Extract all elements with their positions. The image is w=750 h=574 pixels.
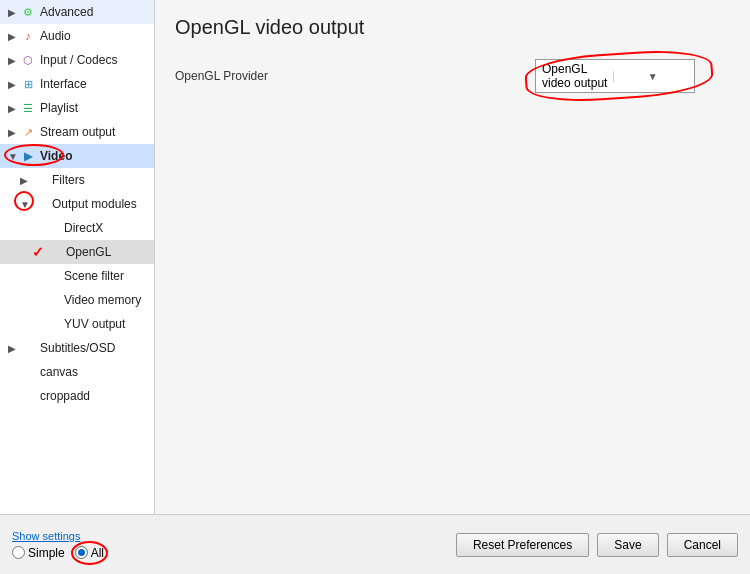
canvas-icon — [20, 364, 36, 380]
sidebar-item-croppadd[interactable]: croppadd — [0, 384, 154, 408]
sidebar-label-audio: Audio — [40, 29, 71, 43]
sidebar-item-advanced[interactable]: ▶ ⚙ Advanced — [0, 0, 154, 24]
stream-icon: ↗ — [20, 124, 36, 140]
sidebar-label-video: Video — [40, 149, 72, 163]
sidebar-item-interface[interactable]: ▶ ⊞ Interface — [0, 72, 154, 96]
yuv-icon — [44, 316, 60, 332]
sidebar-label-directx: DirectX — [64, 221, 103, 235]
arrow-subtitles: ▶ — [8, 343, 20, 354]
advanced-icon: ⚙ — [20, 4, 36, 20]
sidebar-label-filters: Filters — [52, 173, 85, 187]
setting-row-opengl-provider: OpenGL Provider OpenGL video output ▼ — [175, 59, 730, 93]
save-button[interactable]: Save — [597, 533, 658, 557]
sidebar-item-opengl[interactable]: ✓ OpenGL — [0, 240, 154, 264]
radio-all-wrapper: All — [75, 546, 104, 560]
croppadd-icon — [20, 388, 36, 404]
interface-icon: ⊞ — [20, 76, 36, 92]
arrow-video: ▼ — [8, 151, 20, 162]
arrow-audio: ▶ — [8, 31, 20, 42]
sidebar-item-input-codecs[interactable]: ▶ ⬡ Input / Codecs — [0, 48, 154, 72]
setting-label-opengl-provider: OpenGL Provider — [175, 69, 375, 83]
sidebar: ▶ ⚙ Advanced ▶ ♪ Audio ▶ ⬡ Input / Codec… — [0, 0, 155, 514]
vmemory-icon — [44, 292, 60, 308]
sidebar-item-video-memory[interactable]: Video memory — [0, 288, 154, 312]
sidebar-label-yuv: YUV output — [64, 317, 125, 331]
content-area: OpenGL video output OpenGL Provider Open… — [155, 0, 750, 514]
sidebar-label-scene: Scene filter — [64, 269, 124, 283]
video-icon: ▶ — [20, 148, 36, 164]
cancel-button[interactable]: Cancel — [667, 533, 738, 557]
sidebar-item-output-modules[interactable]: ▼ Output modules — [0, 192, 154, 216]
dropdown-arrow-icon: ▼ — [613, 71, 689, 82]
arrow-output-modules: ▼ — [20, 199, 32, 210]
sidebar-item-subtitles[interactable]: ▶ Subtitles/OSD — [0, 336, 154, 360]
sidebar-label-subtitles: Subtitles/OSD — [40, 341, 115, 355]
sidebar-item-directx[interactable]: DirectX — [0, 216, 154, 240]
arrow-input: ▶ — [8, 55, 20, 66]
sidebar-item-scene-filter[interactable]: Scene filter — [0, 264, 154, 288]
arrow-playlist: ▶ — [8, 103, 20, 114]
sidebar-label-output-modules: Output modules — [52, 197, 137, 211]
sidebar-item-audio[interactable]: ▶ ♪ Audio — [0, 24, 154, 48]
sidebar-label-canvas: canvas — [40, 365, 78, 379]
arrow-interface: ▶ — [8, 79, 20, 90]
radio-simple-label: Simple — [28, 546, 65, 560]
scene-icon — [44, 268, 60, 284]
arrow-filters: ▶ — [20, 175, 32, 186]
sidebar-label-input: Input / Codecs — [40, 53, 117, 67]
radio-simple-input[interactable] — [12, 546, 25, 559]
arrow-advanced: ▶ — [8, 7, 20, 18]
filters-icon — [32, 172, 48, 188]
sidebar-label-advanced: Advanced — [40, 5, 93, 19]
page-title: OpenGL video output — [175, 16, 730, 39]
sidebar-label-playlist: Playlist — [40, 101, 78, 115]
arrow-stream: ▶ — [8, 127, 20, 138]
audio-icon: ♪ — [20, 28, 36, 44]
sidebar-item-filters[interactable]: ▶ Filters — [0, 168, 154, 192]
sidebar-item-playlist[interactable]: ▶ ☰ Playlist — [0, 96, 154, 120]
bottom-left-controls: Show settings Simple All — [12, 530, 167, 560]
sidebar-label-croppadd: croppadd — [40, 389, 90, 403]
show-settings-link[interactable]: Show settings — [12, 530, 167, 542]
dropdown-value-opengl: OpenGL video output — [542, 62, 613, 90]
opengl-provider-dropdown[interactable]: OpenGL video output ▼ — [535, 59, 695, 93]
sidebar-label-interface: Interface — [40, 77, 87, 91]
opengl-check-icon: ✓ — [32, 244, 44, 260]
sidebar-item-video-wrapper: ▼ ▶ Video — [0, 144, 154, 168]
sidebar-label-stream: Stream output — [40, 125, 115, 139]
sidebar-item-video[interactable]: ▼ ▶ Video — [0, 144, 154, 168]
sidebar-item-yuv-output[interactable]: YUV output — [0, 312, 154, 336]
sidebar-label-vmemory: Video memory — [64, 293, 141, 307]
reset-preferences-button[interactable]: Reset Preferences — [456, 533, 589, 557]
bottom-right-controls: Reset Preferences Save Cancel — [456, 533, 738, 557]
sidebar-item-canvas[interactable]: canvas — [0, 360, 154, 384]
output-modules-icon — [32, 196, 48, 212]
radio-all-indicator — [75, 546, 88, 559]
sidebar-label-opengl: OpenGL — [66, 245, 111, 259]
radio-all-label: All — [91, 546, 104, 560]
radio-simple[interactable]: Simple — [12, 546, 65, 560]
setting-control-opengl-provider: OpenGL video output ▼ — [535, 59, 695, 93]
opengl-icon — [46, 244, 62, 260]
sidebar-item-stream-output[interactable]: ▶ ↗ Stream output — [0, 120, 154, 144]
bottom-bar: Show settings Simple All Reset Preferenc… — [0, 514, 750, 574]
subtitles-icon — [20, 340, 36, 356]
dropdown-wrapper-opengl: OpenGL video output ▼ — [535, 59, 695, 93]
directx-icon — [44, 220, 60, 236]
input-icon: ⬡ — [20, 52, 36, 68]
radio-all[interactable]: All — [75, 546, 104, 560]
playlist-icon: ☰ — [20, 100, 36, 116]
radio-group-settings: Simple All — [12, 546, 167, 560]
